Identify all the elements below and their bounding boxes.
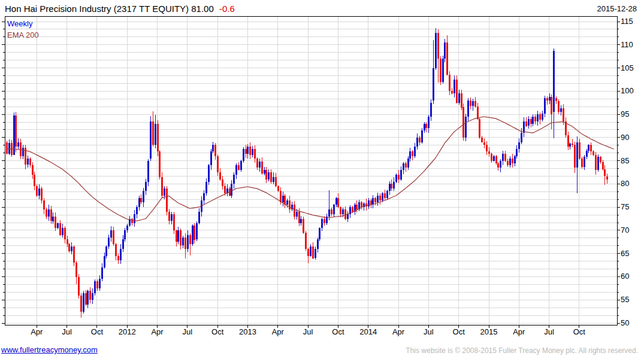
candle [168,209,170,224]
candle [222,176,223,189]
candle [558,99,560,114]
candle [465,114,467,141]
candle [424,122,425,133]
candle [115,243,117,260]
candle [315,247,316,260]
candle [233,172,235,188]
x-axis-label: Apr [151,327,163,336]
candle [208,164,210,185]
candle [104,252,105,269]
candle [319,227,321,241]
candle [486,141,488,154]
candle [574,142,576,173]
candle [403,162,404,175]
y-axis-label: 85 [621,156,629,165]
candle [275,173,277,188]
candle [421,128,423,144]
candle [391,180,392,191]
y-axis-label: 70 [621,226,629,235]
candle [537,111,539,126]
candle [553,48,555,138]
candle [25,145,26,169]
x-axis-label: Apr [513,327,525,336]
candle [13,112,15,155]
candle [80,293,82,318]
x-axis-label: Jul [544,327,554,336]
candle [488,147,490,157]
candle [528,116,530,129]
candle [256,157,258,170]
candle [509,156,511,168]
y-axis-label: 65 [621,249,629,258]
candle [440,56,442,86]
candle [586,149,588,159]
candle [481,136,483,142]
candle [261,157,263,175]
candle [409,148,411,162]
x-axis-label: Apr [392,327,404,336]
candle [303,217,304,233]
candle [600,156,601,164]
legend-ema-200: EMA 200 [7,31,39,39]
legend-timeframe: Weekly [7,19,32,28]
candle [379,193,381,204]
candle [138,196,140,210]
candle [567,132,569,150]
candle [472,99,474,111]
candle [451,88,453,95]
candle [254,145,256,163]
candle [41,187,43,203]
candlestick-chart [0,0,644,359]
candle [243,147,244,163]
candle [344,206,346,220]
candle [214,143,216,160]
candle [83,291,84,314]
candle [500,159,501,172]
y-axis-label: 50 [621,318,629,327]
candle [117,254,119,264]
candle [461,90,462,109]
candle [284,194,286,208]
plot-frame [2,16,620,328]
site-link[interactable]: www.fullertreacymoney.com [1,345,98,354]
candle [43,198,45,214]
candle [240,160,242,172]
candle [143,188,144,207]
candle [182,236,184,249]
candle [453,75,455,98]
candle [238,162,240,171]
candle [546,96,548,105]
candle [576,136,578,193]
candle [602,160,604,171]
candle [514,155,516,166]
candle [462,104,464,141]
candle [542,111,543,122]
gridlines [5,16,617,325]
candle [555,96,557,104]
candle [6,141,8,154]
candle [592,150,594,157]
y-axis-label: 100 [621,86,634,95]
candle [210,149,212,170]
candle [265,167,267,183]
candle [140,194,142,204]
candle [17,138,19,150]
candle [516,145,518,159]
candle [176,230,177,247]
candles-layer [6,28,608,318]
x-axis-label: Jul [62,327,72,336]
candle [50,206,52,224]
candle [512,154,513,168]
x-axis-label: 2015 [480,327,497,336]
candle [198,208,200,224]
candle [518,138,520,153]
y-axis-label: 60 [621,272,629,281]
candle [129,216,131,227]
candle [155,115,156,148]
candle [11,140,13,157]
candle [395,174,397,183]
x-axis-label: 2013 [239,327,256,336]
candle [259,159,261,172]
x-axis-label: 2014 [359,327,377,336]
x-axis-label: Oct [91,327,103,336]
